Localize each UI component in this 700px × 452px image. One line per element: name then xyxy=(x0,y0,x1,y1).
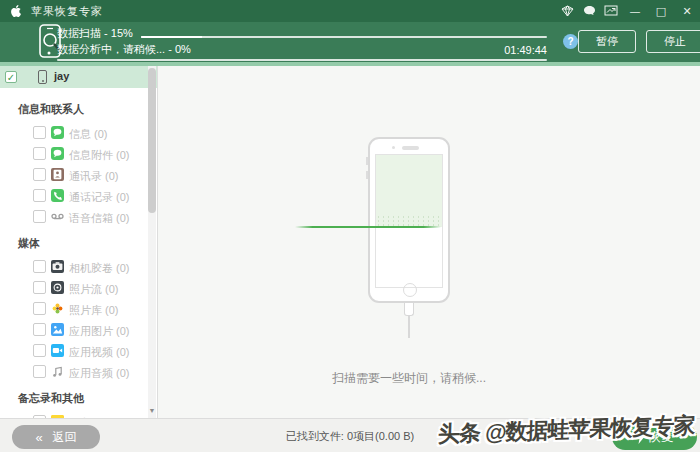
item-label: 信息附件 (0) xyxy=(69,148,130,163)
phone-side-button xyxy=(366,171,368,179)
item-checkbox[interactable] xyxy=(33,168,46,181)
phone-illustration xyxy=(368,137,450,303)
item-label: 应用视频 (0) xyxy=(69,345,130,360)
item-label: 相机胶卷 (0) xyxy=(69,261,130,276)
stop-button[interactable]: 停止 xyxy=(646,30,700,53)
message-icon xyxy=(51,147,64,160)
analyze-progress-label: 数据分析中，请稍候... - 0% xyxy=(57,42,191,57)
screen-share-icon[interactable] xyxy=(600,0,622,22)
cable-plug xyxy=(404,303,414,316)
scrollbar-down-arrow-icon[interactable]: ▼ xyxy=(148,407,156,414)
app-window: 苹果恢复专家 — □ ✕ xyxy=(0,0,700,452)
scan-progress-label: 数据扫描 - 15% xyxy=(57,26,133,41)
close-button[interactable]: ✕ xyxy=(674,0,700,22)
item-checkbox[interactable] xyxy=(33,189,46,202)
item-label: 照片流 (0) xyxy=(69,282,119,297)
phone-speaker xyxy=(402,146,419,150)
item-checkbox[interactable] xyxy=(33,365,46,378)
voicemail-icon xyxy=(51,210,64,223)
sidebar-item-app-videos[interactable]: 应用视频 (0) xyxy=(0,341,157,362)
gift-icon[interactable] xyxy=(556,0,578,22)
scan-progress-bar xyxy=(141,36,547,38)
sidebar-item-contacts[interactable]: 通讯录 (0) xyxy=(0,165,157,186)
section-title: 备忘录和其他 xyxy=(0,383,157,412)
elapsed-time: 01:49:44 xyxy=(504,44,547,56)
recover-label: 恢复 xyxy=(648,428,674,446)
message-icon xyxy=(51,126,64,139)
minimize-button[interactable]: — xyxy=(622,0,648,22)
item-label: 语音信箱 (0) xyxy=(69,211,130,226)
device-name: jay xyxy=(54,70,69,82)
found-files-text: 已找到文件: 0项目(0.00 B) xyxy=(0,429,700,444)
item-label: 应用音频 (0) xyxy=(69,366,130,381)
item-checkbox[interactable] xyxy=(33,323,46,336)
pause-button[interactable]: 暂停 xyxy=(578,30,636,53)
scan-header: 数据扫描 - 15% 数据分析中，请稍候... - 0% 01:49:44 ? … xyxy=(0,22,700,62)
sidebar-item-messages[interactable]: 信息 (0) xyxy=(0,123,157,144)
sidebar: ✓ jay 信息和联系人信息 (0)信息附件 (0)通讯录 (0)通话记录 (0… xyxy=(0,66,158,418)
analyze-progress-bar xyxy=(57,59,547,61)
sidebar-item-message-attachments[interactable]: 信息附件 (0) xyxy=(0,144,157,165)
phone-screen xyxy=(375,154,443,288)
window-title: 苹果恢复专家 xyxy=(31,4,103,19)
cable-cord xyxy=(408,316,410,338)
item-checkbox[interactable] xyxy=(33,147,46,160)
lightning-icon xyxy=(636,431,645,444)
item-label: 信息 (0) xyxy=(69,127,108,142)
photostream-icon xyxy=(51,281,64,294)
item-label: 通话记录 (0) xyxy=(69,190,130,205)
item-checkbox[interactable] xyxy=(33,126,46,139)
sidebar-sections: 信息和联系人信息 (0)信息附件 (0)通讯录 (0)通话记录 (0)语音信箱 … xyxy=(0,88,157,418)
sidebar-item-photo-stream[interactable]: 照片流 (0) xyxy=(0,278,157,299)
maximize-button[interactable]: □ xyxy=(648,0,674,22)
sidebar-item-call-history[interactable]: 通话记录 (0) xyxy=(0,186,157,207)
photolib-icon xyxy=(51,302,64,315)
section-title: 媒体 xyxy=(0,228,157,257)
sidebar-item-camera-roll[interactable]: 相机胶卷 (0) xyxy=(0,257,157,278)
appvideo-icon xyxy=(51,344,64,357)
sidebar-item-app-photos[interactable]: 应用图片 (0) xyxy=(0,320,157,341)
device-checkbox[interactable]: ✓ xyxy=(5,71,17,83)
item-label: 照片库 (0) xyxy=(69,303,119,318)
section-title: 信息和联系人 xyxy=(0,94,157,123)
device-row[interactable]: ✓ jay xyxy=(0,66,157,88)
camera-icon xyxy=(51,260,64,273)
feedback-chat-icon[interactable] xyxy=(578,0,600,22)
scan-progress-fill xyxy=(141,36,202,38)
contacts-icon xyxy=(51,168,64,181)
progress-rows: 数据扫描 - 15% 数据分析中，请稍候... - 0% 01:49:44 xyxy=(57,25,547,61)
sidebar-item-voicemail[interactable]: 语音信箱 (0) xyxy=(0,207,157,228)
main-panel: 扫描需要一些时间，请稍候... xyxy=(159,66,700,418)
appphoto-icon xyxy=(51,323,64,336)
item-checkbox[interactable] xyxy=(33,260,46,273)
sidebar-scrollbar-thumb[interactable] xyxy=(148,68,156,213)
footer-bar: « 返回 已找到文件: 0项目(0.00 B) 恢复 xyxy=(0,418,700,452)
item-label: 应用图片 (0) xyxy=(69,324,130,339)
help-icon[interactable]: ? xyxy=(563,34,578,49)
app-logo-apple-icon xyxy=(10,4,23,18)
phone-home-button xyxy=(403,283,417,297)
item-checkbox[interactable] xyxy=(33,210,46,223)
recover-button[interactable]: 恢复 xyxy=(612,424,697,450)
phone-camera-dot xyxy=(392,146,395,149)
titlebar: 苹果恢复专家 — □ ✕ xyxy=(0,0,700,22)
sidebar-item-photo-library[interactable]: 照片库 (0) xyxy=(0,299,157,320)
scan-line xyxy=(295,226,441,228)
item-label: 通讯录 (0) xyxy=(69,169,119,184)
phone-side-button xyxy=(366,157,368,165)
scan-status-text: 扫描需要一些时间，请稍候... xyxy=(159,370,659,387)
item-checkbox[interactable] xyxy=(33,344,46,357)
sidebar-item-app-audio[interactable]: 应用音频 (0) xyxy=(0,362,157,383)
item-checkbox[interactable] xyxy=(33,281,46,294)
device-phone-icon xyxy=(38,70,47,84)
appaudio-icon xyxy=(51,365,64,378)
item-checkbox[interactable] xyxy=(33,302,46,315)
call-icon xyxy=(51,189,64,202)
